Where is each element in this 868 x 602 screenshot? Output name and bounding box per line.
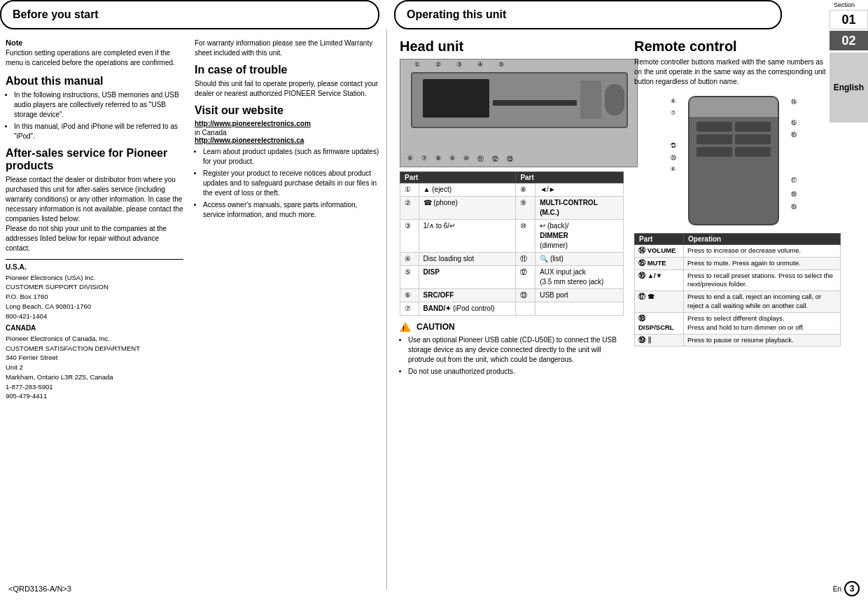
cell-label-1: ▲ (eject) — [419, 183, 516, 197]
remote-num-7: ⑦ — [671, 110, 676, 116]
head-unit-diagram: ① ② ③ ④ ⑤ ⑥ ⑦ ⑧ ⑨ ⑩ ⑪ ⑫ ⑬ — [400, 59, 638, 167]
num-5: ⑤ — [498, 61, 504, 68]
remote-top-stripe — [690, 97, 778, 117]
website-us-url: http://www.pioneerelectronics.com — [195, 120, 379, 127]
table-row: ⑱ DISP/SCRL Press to select different di… — [635, 312, 841, 334]
remote-op-header: Operation — [684, 234, 841, 245]
remote-part-14: ⑭ VOLUME — [635, 245, 684, 258]
cell-label-7: BAND/✦ (iPod control) — [419, 302, 516, 316]
cell-num-12: ⑫ — [516, 266, 536, 289]
website-ca-url: http://www.pioneerelectronics.ca — [195, 136, 379, 144]
cell-num-9: ⑨ — [516, 197, 536, 220]
cell-empty-2 — [536, 302, 624, 316]
remote-body — [688, 96, 779, 225]
remote-op-16: Press to recall preset stations. Press t… — [684, 270, 841, 291]
num-4: ④ — [477, 61, 483, 68]
caution-bullet-2: Do not use unauthorized products. — [408, 367, 624, 377]
cell-label-10: ↩ (back)/DIMMER(dimmer) — [536, 220, 624, 253]
cell-num-6: ⑥ — [400, 289, 419, 302]
head-unit-section: Head unit ① ② ③ ④ ⑤ ⑥ ⑦ ⑧ ⑨ ⑩ ⑪ ⑫ ⑬ — [394, 38, 632, 381]
usa-company: Pioneer Electronics (USA) Inc. — [6, 273, 183, 283]
btn-phone — [735, 134, 771, 144]
cell-num-11: ⑪ — [516, 253, 536, 266]
cell-num-5: ⑤ — [400, 266, 419, 289]
remote-num-19: ⑲ — [791, 203, 797, 211]
operating-this-unit-header: Operating this unit — [394, 0, 782, 29]
section-tab-01: 01 — [830, 10, 868, 29]
aftersales-body: Please contact the dealer or distributor… — [6, 175, 183, 253]
unit-knob-left — [580, 80, 601, 119]
unit-knob-right — [605, 84, 624, 115]
trouble-heading: In case of trouble — [195, 64, 379, 76]
num-3: ③ — [456, 61, 462, 68]
remote-num-18: ⑱ — [791, 190, 797, 198]
parts-table: Part Part ① ▲ (eject) ⑧ ◄/► ② ☎ (phone) … — [400, 172, 624, 316]
canada-phone1: 1-877-283-5901 — [6, 382, 183, 392]
table-row: ⑮ MUTE Press to mute. Press again to unm… — [635, 257, 841, 270]
part-col-header-2: Part — [516, 172, 624, 183]
num-9: ⑨ — [449, 155, 455, 164]
warranty-text: For warranty information please see the … — [195, 38, 379, 58]
website-bullet-1: Learn about product updates (such as fir… — [203, 147, 379, 167]
cell-num-2: ② — [400, 197, 419, 220]
cell-label-6: SRC/OFF — [419, 289, 516, 302]
website-bullets: Learn about product updates (such as fir… — [195, 147, 379, 220]
address-box: U.S.A. Pioneer Electronics (USA) Inc. CU… — [6, 259, 183, 401]
num-2: ② — [435, 61, 441, 68]
btn-up — [696, 134, 732, 144]
remote-op-18: Press to select different displays.Press… — [684, 312, 841, 334]
website-bullet-3: Access owner's manuals, spare parts info… — [203, 200, 379, 220]
vertical-divider — [386, 29, 387, 589]
usa-label: U.S.A. — [6, 262, 183, 273]
table-row: ⑰ ☎ Press to end a call, reject an incom… — [635, 291, 841, 313]
remote-desc: Remote controller buttons marked with th… — [634, 57, 832, 87]
head-unit-title: Head unit — [400, 38, 626, 55]
footer-model: <QRD3136-A/N>3 — [8, 584, 71, 593]
cell-label-3: 1/∧ to 6/↵ — [419, 220, 516, 253]
num-8: ⑧ — [435, 155, 441, 164]
cell-label-5: DISP — [419, 266, 516, 289]
page-prefix: En — [833, 585, 841, 593]
mid-column: For warranty information please see the … — [189, 38, 385, 224]
website-ca-pre: in Canada — [195, 129, 379, 136]
remote-num-6: ⑥ — [671, 166, 676, 172]
aftersales-heading: After-sales service for Pioneer products — [6, 147, 183, 172]
cell-num-4: ④ — [400, 253, 419, 266]
before-you-start-header: Before you start — [0, 0, 379, 29]
canada-label: CANADA — [6, 323, 183, 334]
cell-empty-1 — [516, 302, 536, 316]
cell-label-2: ☎ (phone) — [419, 197, 516, 220]
btn-vol — [696, 122, 732, 132]
remote-control-section: Remote control Remote controller buttons… — [630, 38, 836, 346]
cell-label-8: ◄/► — [536, 183, 624, 197]
cell-num-8: ⑧ — [516, 183, 536, 197]
website-bullet-2: Register your product to receive notices… — [203, 169, 379, 198]
btn-mute — [735, 122, 771, 132]
remote-part-19: ⑲ ‖ — [635, 334, 684, 346]
table-row: ① ▲ (eject) ⑧ ◄/► — [400, 183, 624, 197]
num-12: ⑫ — [492, 155, 498, 164]
table-row: ③ 1/∧ to 6/↵ ⑩ ↩ (back)/DIMMER(dimmer) — [400, 220, 624, 253]
remote-op-19: Press to pause or resume playback. — [684, 334, 841, 346]
cell-num-7: ⑦ — [400, 302, 419, 316]
website-heading: Visit our website — [195, 104, 379, 117]
page-footer: <QRD3136-A/N>3 En 3 — [0, 581, 868, 596]
remote-num-15: ⑮ — [791, 119, 797, 127]
remote-op-17: Press to end a call, reject an incoming … — [684, 291, 841, 313]
caution-box: ! CAUTION Use an optional Pioneer USB ca… — [400, 321, 624, 377]
remote-part-15: ⑮ MUTE — [635, 257, 684, 270]
remote-op-14: Press to increase or decrease volume. — [684, 245, 841, 258]
num-11: ⑪ — [477, 155, 484, 164]
canada-company: Pioneer Electronics of Canada, Inc. — [6, 334, 183, 344]
remote-diagram: ⑭ ⑮ ⑯ ㉑ ⑳ ⑥ ⑰ ⑱ ⑲ ⑧ ⑦ — [671, 92, 797, 229]
canada-addr3: Markham, Ontario L3R 2Z5, Canada — [6, 372, 183, 382]
remote-part-18: ⑱ DISP/SCRL — [635, 312, 684, 334]
cell-num-13: ⑬ — [516, 289, 536, 302]
about-bullets: In the following instructions, USB memor… — [6, 90, 183, 141]
remote-part-16: ⑯ ▲/▼ — [635, 270, 684, 291]
remote-num-21: ㉑ — [671, 143, 676, 149]
cell-label-13: USB port — [536, 289, 624, 302]
table-row: ⑤ DISP ⑫ AUX input jack(3.5 mm stereo ja… — [400, 266, 624, 289]
footer-page: En 3 — [833, 581, 860, 596]
diagram-top-nums: ① ② ③ ④ ⑤ — [414, 61, 504, 68]
